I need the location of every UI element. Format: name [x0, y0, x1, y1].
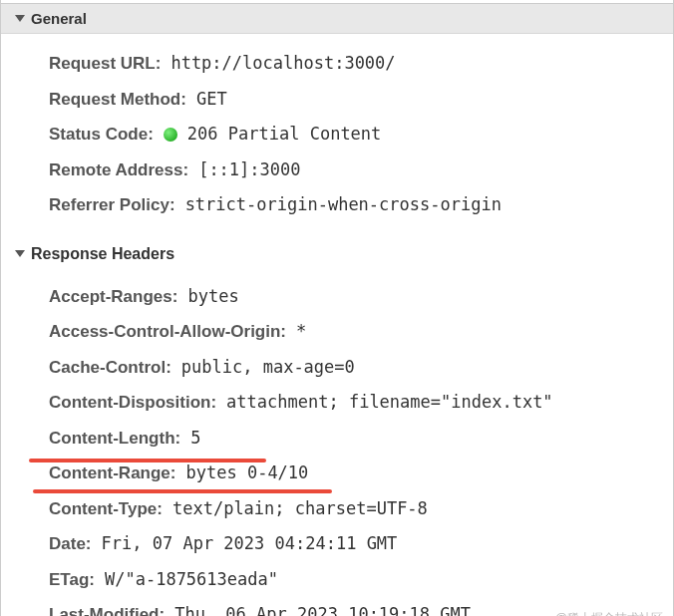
- row-request-url: Request URL http://localhost:3000/: [1, 46, 673, 82]
- row-remote-address: Remote Address [::1]:3000: [1, 153, 673, 188]
- value-request-url: http://localhost:3000/: [170, 51, 395, 77]
- row-referrer-policy: Referrer Policy strict-origin-when-cross…: [1, 187, 673, 223]
- row-date: Date Fri, 07 Apr 2023 04:24:11 GMT: [1, 526, 673, 562]
- section-general-body: Request URL http://localhost:3000/ Reque…: [1, 34, 673, 237]
- value-request-method: GET: [196, 87, 227, 113]
- label-content-length: Content-Length: [49, 426, 180, 452]
- row-content-type: Content-Type text/plain; charset=UTF-8: [1, 491, 673, 527]
- label-accept-ranges: Accept-Ranges: [49, 284, 177, 310]
- value-cache-control: public, max-age=0: [181, 355, 355, 381]
- triangle-down-icon: [15, 250, 25, 257]
- row-status-code: Status Code 206 Partial Content: [1, 117, 673, 153]
- value-date: Fri, 07 Apr 2023 04:24:11 GMT: [102, 531, 398, 557]
- watermark-text: @稀土掘金技术社区: [555, 609, 663, 617]
- status-dot-icon: [164, 128, 177, 142]
- value-content-length: 5: [190, 426, 200, 452]
- section-response-headers-title: Response Headers: [31, 245, 174, 263]
- value-content-range: bytes 0-4/10: [186, 461, 309, 486]
- value-remote-address: [::1]:3000: [198, 157, 300, 183]
- row-content-range: Content-Range bytes 0-4/10: [1, 456, 673, 491]
- label-date: Date: [49, 531, 92, 557]
- row-cache-control: Cache-Control public, max-age=0: [1, 350, 673, 386]
- value-content-disposition: attachment; filename="index.txt": [226, 390, 553, 416]
- value-last-modified: Thu, 06 Apr 2023 10:19:18 GMT: [174, 602, 471, 616]
- label-content-range: Content-Range: [49, 461, 176, 486]
- label-remote-address: Remote Address: [49, 157, 188, 183]
- row-request-method: Request Method GET: [1, 82, 673, 118]
- row-etag: ETag W/"a-1875613eada": [1, 562, 673, 598]
- label-content-disposition: Content-Disposition: [49, 390, 216, 416]
- value-etag: W/"a-1875613eada": [105, 567, 278, 593]
- triangle-down-icon: [15, 15, 25, 22]
- label-status-code: Status Code: [49, 122, 154, 148]
- row-access-control-allow-origin: Access-Control-Allow-Origin *: [1, 314, 673, 350]
- row-accept-ranges: Accept-Ranges bytes: [1, 279, 673, 315]
- section-response-headers-header[interactable]: Response Headers: [1, 237, 673, 267]
- row-content-length: Content-Length 5: [1, 421, 673, 457]
- label-request-method: Request Method: [49, 87, 186, 113]
- label-last-modified: Last-Modified: [49, 602, 165, 616]
- section-general-header[interactable]: General: [1, 4, 673, 34]
- value-acao: *: [296, 319, 306, 345]
- label-referrer-policy: Referrer Policy: [49, 192, 175, 218]
- label-content-type: Content-Type: [49, 496, 163, 522]
- value-referrer-policy: strict-origin-when-cross-origin: [185, 192, 502, 218]
- label-acao: Access-Control-Allow-Origin: [49, 319, 286, 345]
- row-last-modified: Last-Modified Thu, 06 Apr 2023 10:19:18 …: [1, 597, 673, 616]
- value-accept-ranges: bytes: [187, 284, 238, 310]
- devtools-network-panel: General Request URL http://localhost:300…: [0, 0, 674, 616]
- label-cache-control: Cache-Control: [49, 355, 171, 381]
- section-general-title: General: [31, 10, 87, 27]
- value-status-code: 206 Partial Content: [187, 122, 381, 148]
- label-request-url: Request URL: [49, 51, 161, 77]
- value-content-type: text/plain; charset=UTF-8: [172, 496, 428, 522]
- row-content-disposition: Content-Disposition attachment; filename…: [1, 385, 673, 421]
- label-etag: ETag: [49, 567, 95, 593]
- section-response-headers-body: Accept-Ranges bytes Access-Control-Allow…: [1, 267, 673, 617]
